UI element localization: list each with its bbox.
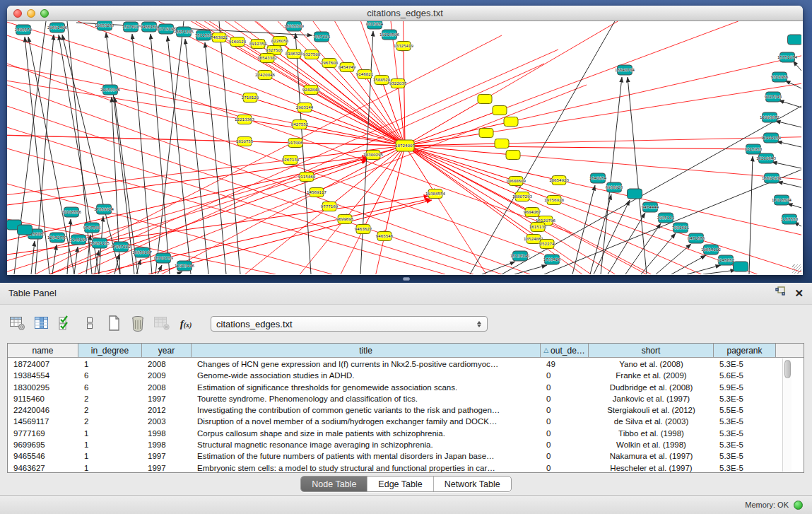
table-row[interactable]: 977716911998Corpus callosum shape and si… bbox=[8, 428, 804, 439]
graph-node[interactable]: 13325419 bbox=[394, 42, 413, 51]
graph-node[interactable]: 2935114 bbox=[657, 213, 675, 223]
graph-node[interactable]: 9466162 bbox=[141, 22, 158, 32]
graph-node[interactable]: 15136141 bbox=[510, 251, 530, 261]
table-row[interactable]: 1830029562008Estimation of significance … bbox=[8, 382, 804, 393]
function-builder-button[interactable]: f(x) bbox=[175, 313, 196, 334]
table-scrollbar[interactable] bbox=[782, 358, 792, 472]
column-header-title[interactable]: title bbox=[192, 344, 541, 357]
graph-node[interactable]: 14569117 bbox=[307, 188, 326, 197]
graph-node[interactable]: 2718120 bbox=[242, 93, 259, 103]
graph-node[interactable]: 16958167 bbox=[132, 247, 152, 257]
select-all-button[interactable] bbox=[55, 313, 76, 334]
column-header-out_degree[interactable]: △out_de… bbox=[541, 344, 589, 357]
graph-node[interactable]: 1640954 bbox=[589, 173, 607, 183]
graph-node[interactable]: 9115460 bbox=[298, 173, 316, 182]
graph-node[interactable]: 2967608 bbox=[321, 59, 339, 68]
graph-node[interactable]: 8226058 bbox=[271, 37, 289, 46]
graph-node[interactable]: 2405572 bbox=[15, 25, 33, 35]
graph-node[interactable]: 8813054 bbox=[366, 21, 384, 29]
graph-node[interactable]: 17359924 bbox=[94, 204, 114, 214]
graph-node[interactable]: 18300295 bbox=[363, 151, 383, 160]
graph-node[interactable]: 10688609 bbox=[506, 177, 526, 186]
graph-node[interactable]: 19384554 bbox=[425, 189, 445, 199]
column-header-short[interactable]: short bbox=[589, 344, 714, 357]
unselect-all-button[interactable] bbox=[79, 313, 100, 334]
table-row[interactable]: 1938455462009Genome-wide association stu… bbox=[8, 370, 804, 381]
graph-node[interactable]: 1733426 bbox=[543, 255, 561, 264]
graph-node[interactable]: 17016504 bbox=[772, 195, 792, 205]
graph-node[interactable]: 7511552 bbox=[195, 30, 213, 40]
table-row[interactable]: 946362711997Embryonic stem cells: a mode… bbox=[8, 462, 804, 473]
graph-node[interactable] bbox=[495, 139, 509, 148]
graph-node[interactable]: 9463627 bbox=[355, 225, 372, 234]
table-row[interactable]: 1456911722003Disruption of a novel membe… bbox=[8, 416, 804, 427]
graph-node[interactable]: 22420046 bbox=[255, 71, 275, 80]
graph-node[interactable]: 1588520 bbox=[373, 76, 391, 85]
graph-node[interactable]: 15692931 bbox=[762, 173, 782, 183]
float-panel-icon[interactable] bbox=[775, 283, 786, 304]
graph-node[interactable]: 16782759 bbox=[153, 253, 173, 263]
graph-node[interactable]: 9777169 bbox=[321, 202, 339, 211]
graph-node[interactable]: 15751074 bbox=[777, 52, 797, 62]
graph-node[interactable]: 8454749 bbox=[339, 63, 356, 72]
close-window-button[interactable] bbox=[13, 9, 22, 18]
column-header-name[interactable]: name bbox=[8, 344, 78, 357]
graph-node[interactable] bbox=[788, 35, 802, 45]
graph-node[interactable]: 9146821 bbox=[356, 70, 374, 79]
graph-node[interactable]: 1527602 bbox=[122, 22, 140, 32]
graph-node[interactable]: 8267130 bbox=[282, 156, 300, 165]
graph-node[interactable]: 2903144 bbox=[296, 103, 314, 112]
graph-node[interactable]: 9797588 bbox=[83, 223, 101, 233]
graph-node[interactable]: 9227343 bbox=[765, 92, 782, 102]
graph-node[interactable]: 18724007 bbox=[395, 140, 415, 151]
graph-node[interactable]: 7857224 bbox=[313, 32, 331, 42]
graph-node[interactable]: 19756928 bbox=[544, 196, 564, 205]
zoom-window-button[interactable] bbox=[40, 9, 49, 18]
graph-node[interactable]: 8912354 bbox=[249, 40, 267, 49]
graph-node[interactable]: 9474444 bbox=[642, 202, 659, 212]
graph-node[interactable] bbox=[504, 117, 518, 127]
graph-node[interactable]: 9327508 bbox=[303, 50, 321, 59]
network-canvas[interactable]: 2405572206914061065325715276029466162107… bbox=[7, 21, 801, 274]
graph-node[interactable] bbox=[478, 95, 492, 104]
graph-node[interactable] bbox=[493, 106, 507, 115]
graph-node[interactable] bbox=[734, 262, 748, 271]
graph-node[interactable]: 16648784 bbox=[615, 65, 635, 75]
graph-node[interactable]: 8471676 bbox=[688, 233, 705, 243]
graph-node[interactable]: 20206556 bbox=[61, 207, 81, 217]
tab-network-table[interactable]: Network Table bbox=[434, 477, 511, 491]
graph-node[interactable]: 21053346 bbox=[100, 85, 120, 95]
close-panel-icon[interactable]: ✕ bbox=[794, 288, 804, 298]
graph-node[interactable]: 16543382 bbox=[257, 54, 277, 63]
graph-node[interactable]: 9465546 bbox=[376, 232, 394, 241]
graph-node[interactable]: 1615132 bbox=[529, 223, 547, 232]
table-row[interactable]: 946554611997Estimation of the future num… bbox=[8, 450, 804, 462]
graph-node[interactable]: 12444154 bbox=[761, 133, 781, 143]
graph-node[interactable]: 19218506 bbox=[379, 30, 399, 40]
tab-node-table[interactable]: Node Table bbox=[301, 477, 367, 491]
table-row[interactable]: 969969511998Structural magnetic resonanc… bbox=[8, 439, 804, 450]
graph-node[interactable]: 8186328 bbox=[286, 49, 303, 59]
tab-edge-table[interactable]: Edge Table bbox=[367, 477, 433, 491]
graph-node[interactable]: 9245652 bbox=[717, 255, 735, 265]
table-selector[interactable]: citations_edges.txt bbox=[211, 316, 488, 332]
graph-node[interactable]: 15051135 bbox=[90, 238, 110, 248]
graph-node[interactable]: 9699695 bbox=[336, 215, 354, 224]
graph-node[interactable]: 8427552 bbox=[291, 120, 309, 129]
graph-node[interactable]: 12923446 bbox=[175, 261, 194, 271]
splitter-handle[interactable] bbox=[403, 277, 410, 281]
graph-node[interactable]: 9329966 bbox=[771, 72, 789, 82]
graph-node[interactable]: 18654923 bbox=[549, 176, 569, 185]
graph-node[interactable]: 9242848 bbox=[302, 86, 320, 95]
graph-node[interactable]: 1810755 bbox=[236, 137, 254, 146]
scrollbar-thumb[interactable] bbox=[784, 360, 791, 378]
minimize-window-button[interactable] bbox=[27, 9, 35, 18]
graph-node[interactable]: 18807293 bbox=[512, 192, 532, 201]
graph-node[interactable]: 12213363 bbox=[235, 115, 254, 124]
graph-node[interactable]: 16210643 bbox=[756, 153, 776, 163]
table-row[interactable]: 2242004622012Investigating the contribut… bbox=[8, 404, 804, 416]
delete-column-button[interactable] bbox=[127, 313, 148, 334]
graph-node[interactable]: 252274 bbox=[540, 240, 555, 249]
graph-node[interactable]: 7932621 bbox=[672, 223, 690, 233]
graph-node[interactable] bbox=[506, 151, 520, 160]
